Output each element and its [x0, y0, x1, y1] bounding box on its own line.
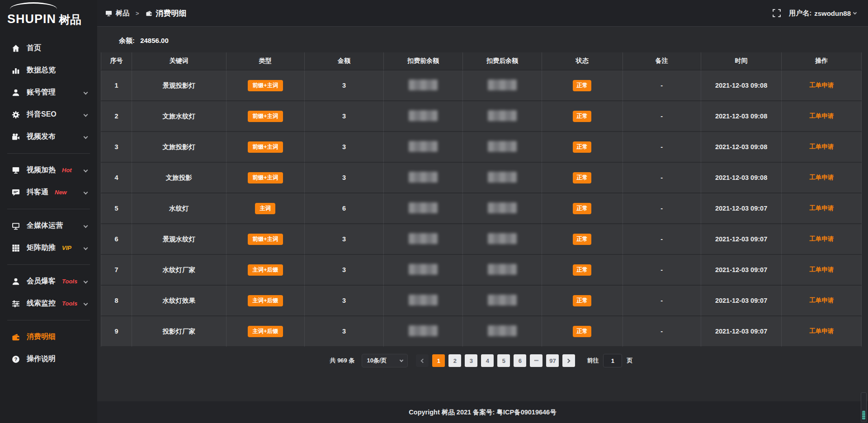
- cell-status: 正常: [542, 101, 623, 132]
- sidebar-item-label: 全媒体运营: [27, 221, 63, 230]
- balance: 余额: 24856.00: [119, 37, 862, 45]
- sidebar-item-douketong[interactable]: 抖客通New: [0, 181, 97, 203]
- breadcrumb: 树品 > 消费明细: [105, 8, 187, 19]
- sidebar-item-label: 消费明细: [27, 332, 56, 342]
- page-button-4[interactable]: 4: [481, 354, 494, 367]
- column-header-6: 状态: [542, 52, 623, 70]
- sidebar-item-video-publish[interactable]: 视频发布: [0, 126, 97, 148]
- sidebar-item-consumption-detail[interactable]: 消费明细: [0, 326, 97, 348]
- column-header-0: 序号: [101, 52, 132, 70]
- type-badge: 前缀+主词: [248, 234, 283, 245]
- sidebar-item-badge: New: [55, 189, 67, 196]
- sidebar-item-account-manage[interactable]: 账号管理: [0, 81, 97, 103]
- column-header-3: 金额: [305, 52, 384, 70]
- masked-balance-before: [409, 141, 438, 152]
- wallet-icon: [12, 333, 20, 341]
- page-button-6[interactable]: 6: [514, 354, 526, 367]
- cell-remark: -: [623, 286, 701, 316]
- scrollbar-thumb[interactable]: [862, 411, 865, 420]
- cell-keyword: 水纹灯效果: [132, 286, 226, 316]
- sidebar-item-video-heat[interactable]: 视频加热Hot: [0, 159, 97, 181]
- cell-remark: -: [623, 101, 701, 132]
- sidebar-item-operation-guide[interactable]: ?操作说明: [0, 348, 97, 370]
- next-page-button[interactable]: [562, 354, 575, 367]
- status-badge: 正常: [573, 111, 591, 122]
- cell-index: 6: [101, 224, 132, 255]
- page-button-3[interactable]: 3: [465, 354, 477, 367]
- prev-page-button[interactable]: [416, 354, 429, 367]
- cell-keyword: 文旅水纹灯: [132, 101, 226, 132]
- cell-status: 正常: [542, 70, 623, 101]
- cell-amount: 3: [305, 132, 384, 163]
- action-link[interactable]: 工单申请: [809, 113, 834, 119]
- cell-type: 前缀+主词: [226, 224, 305, 255]
- action-link[interactable]: 工单申请: [809, 205, 834, 212]
- chevron-down-icon: [84, 224, 88, 228]
- action-link[interactable]: 工单申请: [809, 266, 834, 273]
- cell-action: 工单申请: [782, 70, 862, 101]
- sidebar-item-label: 账号管理: [27, 88, 56, 97]
- action-link[interactable]: 工单申请: [809, 328, 834, 334]
- cell-action: 工单申请: [782, 316, 862, 347]
- app-root: SHUPIN 树品 首页数据总览账号管理抖音SEO视频发布视频加热Hot抖客通N…: [0, 0, 868, 423]
- fullscreen-icon[interactable]: [773, 9, 781, 17]
- sidebar-item-douyin-seo[interactable]: 抖音SEO: [0, 103, 97, 126]
- cell-action: 工单申请: [782, 101, 862, 132]
- sidebar-divider: [7, 209, 90, 209]
- chevron-down-icon: [84, 113, 88, 117]
- cell-remark: -: [623, 70, 701, 101]
- action-link[interactable]: 工单申请: [809, 82, 834, 89]
- sidebar-item-label: 线索监控: [27, 299, 56, 308]
- logo[interactable]: SHUPIN 树品: [0, 0, 97, 29]
- sidebar-divider: [7, 264, 90, 265]
- balance-value: 24856.00: [140, 37, 169, 44]
- table-row: 5水纹灯主词6正常-2021-12-03 09:07工单申请: [101, 193, 862, 224]
- sidebar-item-data-overview[interactable]: 数据总览: [0, 59, 97, 81]
- pagination: 共 969 条 10条/页 123456•••97 前往 页: [101, 354, 862, 367]
- cell-action: 工单申请: [782, 163, 862, 193]
- page-button-5[interactable]: 5: [497, 354, 510, 367]
- sidebar-item-media-operation[interactable]: 全媒体运营: [0, 215, 97, 237]
- chevron-down-icon: [84, 301, 88, 306]
- page-button-1[interactable]: 1: [432, 354, 445, 367]
- sidebar-item-member-burst[interactable]: 会员爆客Tools: [0, 270, 97, 292]
- page-size-select[interactable]: 10条/页: [362, 354, 408, 367]
- goto-page-input[interactable]: [603, 354, 622, 367]
- action-link[interactable]: 工单申请: [809, 174, 834, 181]
- page-buttons: 123456•••97: [432, 354, 559, 367]
- cell-amount: 3: [305, 286, 384, 316]
- home-icon: [12, 44, 20, 52]
- masked-balance-after: [488, 295, 517, 306]
- page-button-2[interactable]: 2: [448, 354, 461, 367]
- breadcrumb-root[interactable]: 树品: [116, 9, 129, 18]
- masked-balance-after: [488, 110, 517, 121]
- cell-remark: -: [623, 132, 701, 163]
- sidebar-item-label: 数据总览: [27, 66, 56, 75]
- cell-keyword: 景观水纹灯: [132, 224, 226, 255]
- cell-type: 前缀+主词: [226, 70, 305, 101]
- masked-balance-before: [409, 233, 438, 244]
- screen-play-icon: [12, 166, 20, 174]
- cell-type: 主词: [226, 193, 305, 224]
- sidebar-item-clue-monitor[interactable]: 线索监控Tools: [0, 292, 97, 315]
- cell-status: 正常: [542, 132, 623, 163]
- column-header-5: 扣费后余额: [463, 52, 542, 70]
- page-button-97[interactable]: 97: [546, 354, 559, 367]
- consumption-table: 序号关键词类型金额扣费前余额扣费后余额状态备注时间操作 1景观投影灯前缀+主词3…: [101, 52, 862, 347]
- cell-remark: -: [623, 255, 701, 286]
- user-dropdown[interactable]: 用户名: zswodun88: [789, 9, 856, 18]
- status-badge: 正常: [573, 234, 591, 245]
- action-link[interactable]: 工单申请: [809, 297, 834, 304]
- action-link[interactable]: 工单申请: [809, 143, 834, 150]
- action-link[interactable]: 工单申请: [809, 235, 834, 242]
- sidebar-item-home[interactable]: 首页: [0, 37, 97, 59]
- chevron-down-icon: [84, 279, 88, 284]
- cell-action: 工单申请: [782, 255, 862, 286]
- sidebar-item-label: 首页: [27, 43, 41, 53]
- page-ellipsis-button[interactable]: •••: [530, 354, 542, 367]
- table-row: 4文旅投影前缀+主词3正常-2021-12-03 09:08工单申请: [101, 163, 862, 193]
- masked-balance-before: [409, 110, 438, 121]
- table-row: 2文旅水纹灯前缀+主词3正常-2021-12-03 09:08工单申请: [101, 101, 862, 132]
- cell-masked-balance-after: [463, 132, 542, 163]
- sidebar-item-matrix-boost[interactable]: 矩阵助推VIP: [0, 237, 97, 259]
